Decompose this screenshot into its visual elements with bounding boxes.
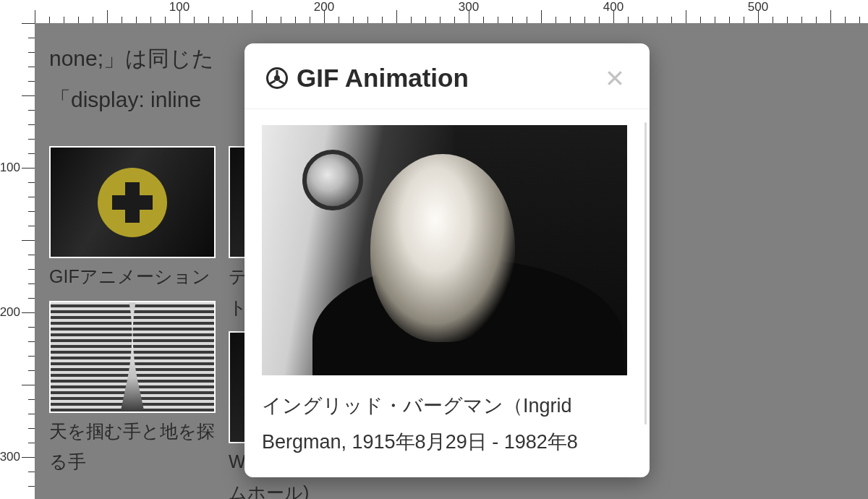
close-button[interactable] bbox=[602, 65, 628, 91]
radiation-icon bbox=[266, 67, 288, 89]
ruler-horizontal: 100200300400500 bbox=[35, 0, 868, 23]
card-caption: 天を掴む手と地を探る手 bbox=[49, 416, 216, 477]
modal-body[interactable]: イングリッド・バーグマン（Ingrid Bergman, 1915年8月29日 … bbox=[244, 109, 650, 468]
card-thumb bbox=[49, 301, 216, 413]
hero-image bbox=[262, 125, 627, 375]
modal-gif-animation: GIF Animation イングリッド・バーグマン（Ingrid Bergma… bbox=[244, 43, 650, 477]
card-caption: GIFアニメーション bbox=[49, 261, 216, 292]
ruler-corner bbox=[0, 0, 35, 23]
modal-title: GIF Animation bbox=[266, 64, 469, 93]
modal-header: GIF Animation bbox=[244, 43, 650, 109]
content-stage: none;」は同じた 「display: inline GIFアニメーション 天… bbox=[35, 23, 868, 499]
ruler-vertical: 100200300 bbox=[0, 23, 35, 499]
plus-icon bbox=[98, 168, 167, 237]
scrollbar[interactable] bbox=[644, 122, 647, 425]
card-thumb bbox=[49, 146, 216, 258]
close-icon bbox=[605, 69, 624, 88]
card-hands[interactable]: 天を掴む手と地を探る手 bbox=[49, 301, 216, 477]
hero-caption: イングリッド・バーグマン（Ingrid Bergman, 1915年8月29日 … bbox=[262, 388, 624, 461]
modal-title-text: GIF Animation bbox=[297, 64, 469, 93]
card-gif-animation[interactable]: GIFアニメーション bbox=[49, 146, 216, 292]
